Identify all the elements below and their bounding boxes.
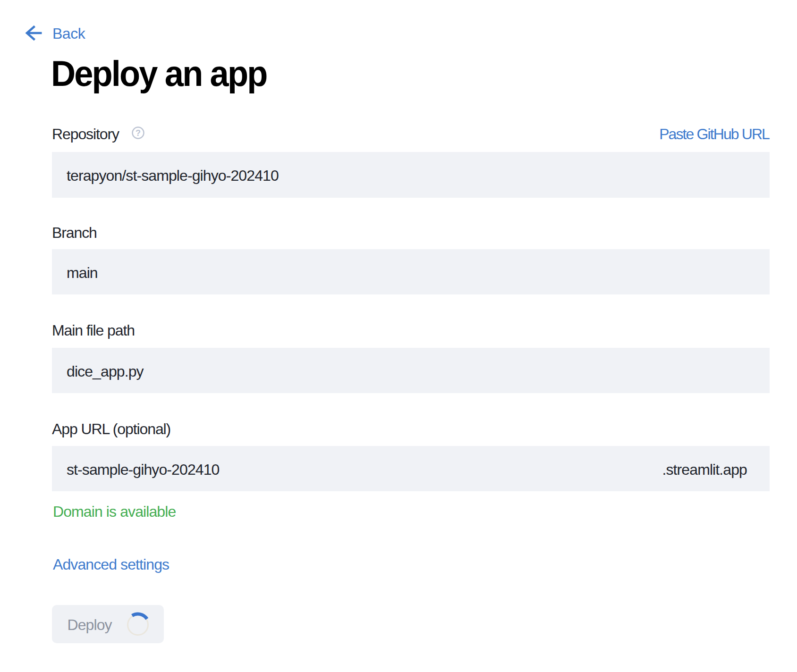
svg-text:?: ? [136, 128, 141, 138]
